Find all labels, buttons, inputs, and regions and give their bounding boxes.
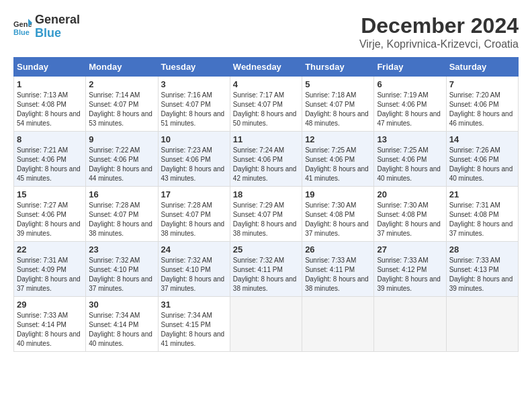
calendar-cell: 26 Sunrise: 7:33 AMSunset: 4:11 PMDaylig…	[302, 242, 374, 297]
calendar-cell: 10 Sunrise: 7:23 AMSunset: 4:06 PMDaylig…	[158, 132, 230, 187]
day-info: Sunrise: 7:26 AMSunset: 4:06 PMDaylight:…	[449, 146, 515, 183]
page-header: General Blue General Blue December 2024 …	[13, 13, 519, 50]
day-info: Sunrise: 7:14 AMSunset: 4:07 PMDaylight:…	[89, 91, 154, 128]
calendar-cell: 9 Sunrise: 7:22 AMSunset: 4:06 PMDayligh…	[86, 132, 158, 187]
day-number: 24	[161, 244, 227, 255]
calendar-cell: 30 Sunrise: 7:34 AMSunset: 4:14 PMDaylig…	[86, 297, 158, 352]
svg-text:Blue: Blue	[13, 28, 30, 36]
day-number: 22	[17, 244, 83, 255]
day-info: Sunrise: 7:28 AMSunset: 4:07 PMDaylight:…	[89, 201, 154, 238]
day-number: 2	[89, 79, 154, 89]
day-of-week-tuesday: Tuesday	[158, 58, 230, 77]
day-info: Sunrise: 7:28 AMSunset: 4:07 PMDaylight:…	[161, 201, 227, 238]
calendar-cell: 1 Sunrise: 7:13 AMSunset: 4:08 PMDayligh…	[14, 77, 86, 132]
calendar-cell: 25 Sunrise: 7:32 AMSunset: 4:11 PMDaylig…	[230, 242, 302, 297]
logo-general: General	[35, 13, 80, 27]
day-number: 15	[17, 189, 83, 199]
calendar-cell: 18 Sunrise: 7:29 AMSunset: 4:07 PMDaylig…	[230, 187, 302, 242]
day-info: Sunrise: 7:32 AMSunset: 4:10 PMDaylight:…	[89, 256, 154, 293]
day-number: 19	[305, 189, 371, 199]
calendar-cell: 21 Sunrise: 7:31 AMSunset: 4:08 PMDaylig…	[446, 187, 518, 242]
calendar-cell: 15 Sunrise: 7:27 AMSunset: 4:06 PMDaylig…	[14, 187, 86, 242]
day-number: 26	[305, 244, 371, 255]
day-number: 30	[89, 300, 154, 310]
day-info: Sunrise: 7:13 AMSunset: 4:08 PMDaylight:…	[17, 91, 83, 128]
day-number: 3	[161, 79, 227, 89]
calendar-week-3: 22 Sunrise: 7:31 AMSunset: 4:09 PMDaylig…	[14, 242, 519, 297]
day-number: 17	[161, 189, 227, 199]
calendar-cell	[374, 297, 446, 352]
calendar-cell: 23 Sunrise: 7:32 AMSunset: 4:10 PMDaylig…	[86, 242, 158, 297]
calendar-week-2: 15 Sunrise: 7:27 AMSunset: 4:06 PMDaylig…	[14, 187, 519, 242]
day-info: Sunrise: 7:32 AMSunset: 4:11 PMDaylight:…	[233, 256, 299, 293]
location-title: Virje, Koprivnica-Krizevci, Croatia	[359, 38, 519, 50]
calendar-cell	[230, 297, 302, 352]
day-number: 31	[161, 300, 227, 310]
day-number: 4	[233, 79, 299, 89]
logo-blue: Blue	[35, 27, 80, 40]
day-number: 6	[377, 79, 443, 89]
calendar-cell: 20 Sunrise: 7:30 AMSunset: 4:08 PMDaylig…	[374, 187, 446, 242]
day-number: 1	[17, 79, 83, 89]
calendar-cell: 14 Sunrise: 7:26 AMSunset: 4:06 PMDaylig…	[446, 132, 518, 187]
day-number: 12	[305, 134, 371, 144]
calendar-cell: 28 Sunrise: 7:33 AMSunset: 4:13 PMDaylig…	[446, 242, 518, 297]
calendar-week-0: 1 Sunrise: 7:13 AMSunset: 4:08 PMDayligh…	[14, 77, 519, 132]
day-number: 21	[449, 189, 515, 199]
day-info: Sunrise: 7:21 AMSunset: 4:06 PMDaylight:…	[17, 146, 83, 183]
calendar-cell	[446, 297, 518, 352]
calendar-header-row: SundayMondayTuesdayWednesdayThursdayFrid…	[14, 58, 519, 77]
calendar-cell: 29 Sunrise: 7:33 AMSunset: 4:14 PMDaylig…	[14, 297, 86, 352]
day-info: Sunrise: 7:16 AMSunset: 4:07 PMDaylight:…	[161, 91, 227, 128]
calendar-cell: 13 Sunrise: 7:25 AMSunset: 4:06 PMDaylig…	[374, 132, 446, 187]
calendar-cell: 5 Sunrise: 7:18 AMSunset: 4:07 PMDayligh…	[302, 77, 374, 132]
calendar-cell: 11 Sunrise: 7:24 AMSunset: 4:06 PMDaylig…	[230, 132, 302, 187]
title-section: December 2024 Virje, Koprivnica-Krizevci…	[359, 13, 519, 50]
day-info: Sunrise: 7:24 AMSunset: 4:06 PMDaylight:…	[233, 146, 299, 183]
calendar-cell	[302, 297, 374, 352]
calendar-cell: 8 Sunrise: 7:21 AMSunset: 4:06 PMDayligh…	[14, 132, 86, 187]
day-of-week-wednesday: Wednesday	[230, 58, 302, 77]
day-number: 16	[89, 189, 154, 199]
day-info: Sunrise: 7:33 AMSunset: 4:12 PMDaylight:…	[377, 256, 443, 293]
day-info: Sunrise: 7:19 AMSunset: 4:06 PMDaylight:…	[377, 91, 443, 128]
day-of-week-friday: Friday	[374, 58, 446, 77]
day-number: 28	[449, 244, 515, 255]
day-info: Sunrise: 7:33 AMSunset: 4:11 PMDaylight:…	[305, 256, 371, 293]
day-number: 14	[449, 134, 515, 144]
calendar-cell: 22 Sunrise: 7:31 AMSunset: 4:09 PMDaylig…	[14, 242, 86, 297]
day-number: 23	[89, 244, 154, 255]
day-info: Sunrise: 7:33 AMSunset: 4:14 PMDaylight:…	[17, 311, 83, 349]
day-info: Sunrise: 7:33 AMSunset: 4:13 PMDaylight:…	[449, 256, 515, 293]
calendar-cell: 3 Sunrise: 7:16 AMSunset: 4:07 PMDayligh…	[158, 77, 230, 132]
day-number: 29	[17, 300, 83, 310]
calendar-week-1: 8 Sunrise: 7:21 AMSunset: 4:06 PMDayligh…	[14, 132, 519, 187]
day-info: Sunrise: 7:34 AMSunset: 4:14 PMDaylight:…	[89, 311, 154, 349]
calendar-cell: 6 Sunrise: 7:19 AMSunset: 4:06 PMDayligh…	[374, 77, 446, 132]
logo-icon: General Blue	[13, 17, 32, 36]
day-number: 11	[233, 134, 299, 144]
calendar-cell: 16 Sunrise: 7:28 AMSunset: 4:07 PMDaylig…	[86, 187, 158, 242]
day-number: 25	[233, 244, 299, 255]
day-number: 18	[233, 189, 299, 199]
day-info: Sunrise: 7:17 AMSunset: 4:07 PMDaylight:…	[233, 91, 299, 128]
calendar-cell: 17 Sunrise: 7:28 AMSunset: 4:07 PMDaylig…	[158, 187, 230, 242]
calendar-table: SundayMondayTuesdayWednesdayThursdayFrid…	[13, 57, 519, 352]
day-number: 5	[305, 79, 371, 89]
day-number: 8	[17, 134, 83, 144]
calendar-cell: 19 Sunrise: 7:30 AMSunset: 4:08 PMDaylig…	[302, 187, 374, 242]
day-number: 20	[377, 189, 443, 199]
day-info: Sunrise: 7:20 AMSunset: 4:06 PMDaylight:…	[449, 91, 515, 128]
calendar-cell: 31 Sunrise: 7:34 AMSunset: 4:15 PMDaylig…	[158, 297, 230, 352]
day-number: 13	[377, 134, 443, 144]
calendar-cell: 12 Sunrise: 7:25 AMSunset: 4:06 PMDaylig…	[302, 132, 374, 187]
calendar-cell: 24 Sunrise: 7:32 AMSunset: 4:10 PMDaylig…	[158, 242, 230, 297]
day-info: Sunrise: 7:34 AMSunset: 4:15 PMDaylight:…	[161, 311, 227, 349]
calendar-week-4: 29 Sunrise: 7:33 AMSunset: 4:14 PMDaylig…	[14, 297, 519, 352]
day-number: 10	[161, 134, 227, 144]
day-of-week-saturday: Saturday	[446, 58, 518, 77]
day-of-week-monday: Monday	[86, 58, 158, 77]
day-info: Sunrise: 7:30 AMSunset: 4:08 PMDaylight:…	[377, 201, 443, 238]
day-info: Sunrise: 7:32 AMSunset: 4:10 PMDaylight:…	[161, 256, 227, 293]
calendar-cell: 27 Sunrise: 7:33 AMSunset: 4:12 PMDaylig…	[374, 242, 446, 297]
